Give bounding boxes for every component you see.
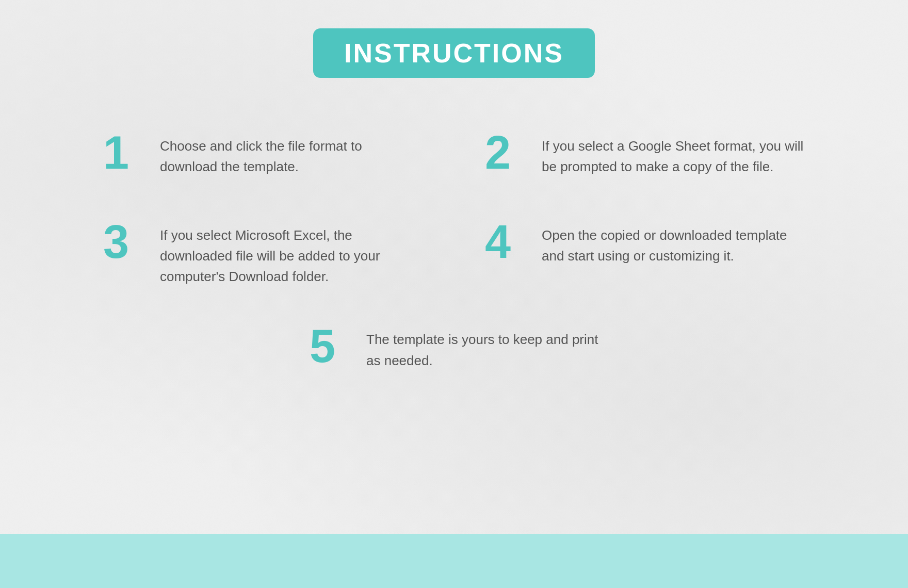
header: INSTRUCTIONS xyxy=(0,0,908,93)
step-5-number: 5 xyxy=(310,323,351,369)
step-1: 1 Choose and click the file format to do… xyxy=(93,114,433,193)
step-5: 5 The template is yours to keep and prin… xyxy=(299,307,609,386)
step-1-text: Choose and click the file format to down… xyxy=(160,129,423,177)
step-5-text: The template is yours to keep and print … xyxy=(366,323,598,371)
step-4-text: Open the copied or downloaded template a… xyxy=(542,219,805,267)
step-3: 3 If you select Microsoft Excel, the dow… xyxy=(93,203,433,303)
footer-bar xyxy=(0,534,908,588)
page-title: INSTRUCTIONS xyxy=(344,38,564,69)
step-1-number: 1 xyxy=(103,129,144,176)
step-2: 2 If you select a Google Sheet format, y… xyxy=(475,114,815,193)
step-5-row: 5 The template is yours to keep and prin… xyxy=(93,307,815,386)
content: 1 Choose and click the file format to do… xyxy=(0,93,908,534)
step-4: 4 Open the copied or downloaded template… xyxy=(475,203,815,303)
page-container: INSTRUCTIONS 1 Choose and click the file… xyxy=(0,0,908,588)
title-badge: INSTRUCTIONS xyxy=(313,28,595,78)
step-3-number: 3 xyxy=(103,219,144,265)
step-2-text: If you select a Google Sheet format, you… xyxy=(542,129,805,177)
step-4-number: 4 xyxy=(485,219,526,265)
step-3-text: If you select Microsoft Excel, the downl… xyxy=(160,219,423,287)
steps-grid: 1 Choose and click the file format to do… xyxy=(93,114,815,302)
step-2-number: 2 xyxy=(485,129,526,176)
